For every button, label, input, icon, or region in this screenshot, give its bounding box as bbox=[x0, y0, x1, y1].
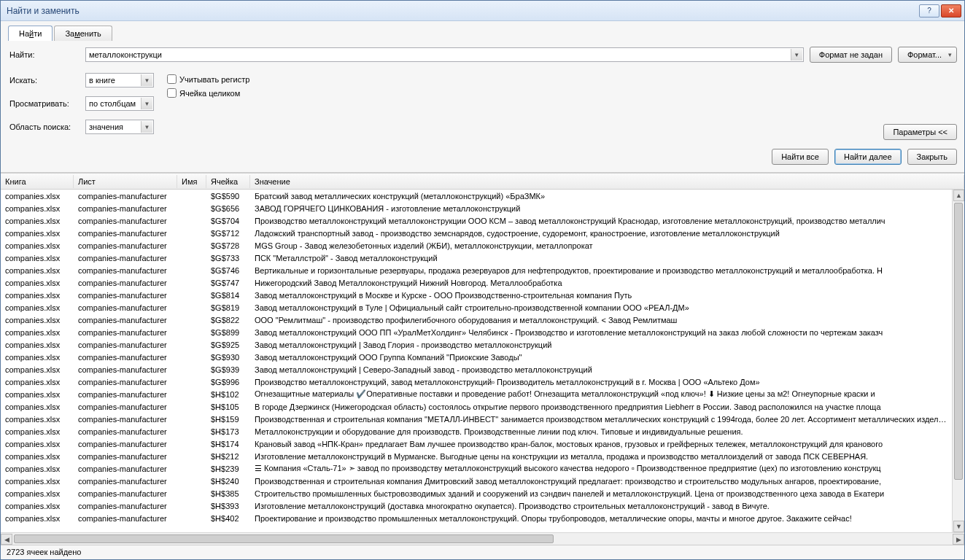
chevron-down-icon[interactable]: ▼ bbox=[791, 49, 802, 61]
table-row[interactable]: companies.xlsxcompanies-manufacturer$H$3… bbox=[1, 487, 952, 499]
wholecell-input[interactable] bbox=[167, 88, 177, 98]
cell-book: companies.xlsx bbox=[1, 327, 74, 338]
scroll-up-icon[interactable]: ▲ bbox=[953, 190, 964, 201]
cell-name bbox=[177, 282, 206, 284]
cell-sheet: companies-manufacturer bbox=[74, 315, 177, 325]
cell-value: Производственная и строительная компания… bbox=[250, 414, 952, 424]
cell-cell: $H$105 bbox=[206, 402, 250, 412]
table-row[interactable]: companies.xlsxcompanies-manufacturer$H$1… bbox=[1, 438, 952, 450]
cell-sheet: companies-manufacturer bbox=[74, 464, 177, 474]
table-row[interactable]: companies.xlsxcompanies-manufacturer$H$2… bbox=[1, 450, 952, 462]
table-row[interactable]: companies.xlsxcompanies-manufacturer$G$7… bbox=[1, 239, 952, 252]
cell-sheet: companies-manufacturer bbox=[74, 402, 177, 412]
table-row[interactable]: companies.xlsxcompanies-manufacturer$H$1… bbox=[1, 388, 952, 400]
vertical-scrollbar[interactable]: ▲ ▼ bbox=[952, 190, 964, 532]
matchcase-input[interactable] bbox=[167, 74, 177, 84]
cell-sheet: companies-manufacturer bbox=[74, 265, 177, 276]
cell-cell: $G$996 bbox=[206, 377, 250, 387]
table-row[interactable]: companies.xlsxcompanies-manufacturer$G$7… bbox=[1, 276, 952, 289]
cell-book: companies.xlsx bbox=[1, 203, 74, 214]
cell-name bbox=[177, 307, 206, 308]
table-row[interactable]: companies.xlsxcompanies-manufacturer$G$7… bbox=[1, 214, 952, 227]
table-row[interactable]: companies.xlsxcompanies-manufacturer$G$9… bbox=[1, 363, 952, 376]
table-row[interactable]: companies.xlsxcompanies-manufacturer$G$8… bbox=[1, 326, 952, 338]
scroll-right-icon[interactable]: ▶ bbox=[953, 534, 964, 545]
matchcase-checkbox[interactable]: Учитывать регистр bbox=[167, 74, 249, 84]
col-value[interactable]: Значение bbox=[250, 175, 964, 188]
findnext-button[interactable]: Найти далее bbox=[834, 149, 902, 165]
cell-value: Производство металлоконструкций, завод м… bbox=[250, 377, 952, 387]
table-row[interactable]: companies.xlsxcompanies-manufacturer$G$7… bbox=[1, 264, 952, 276]
col-cell[interactable]: Ячейка bbox=[206, 175, 250, 188]
results-list: Книга Лист Имя Ячейка Значение companies… bbox=[1, 173, 964, 559]
table-row[interactable]: companies.xlsxcompanies-manufacturer$G$8… bbox=[1, 301, 952, 314]
close-window-button[interactable]: ✕ bbox=[941, 4, 961, 18]
table-row[interactable]: companies.xlsxcompanies-manufacturer$G$8… bbox=[1, 314, 952, 326]
horizontal-scrollbar[interactable]: ◀ ▶ bbox=[1, 532, 964, 545]
scope-combo[interactable]: значения ▼ bbox=[85, 120, 154, 134]
table-row[interactable]: companies.xlsxcompanies-manufacturer$G$9… bbox=[1, 376, 952, 388]
table-row[interactable]: companies.xlsxcompanies-manufacturer$H$1… bbox=[1, 425, 952, 438]
table-row[interactable]: companies.xlsxcompanies-manufacturer$H$1… bbox=[1, 413, 952, 425]
titlebar[interactable]: Найти и заменить ? ✕ bbox=[1, 1, 964, 21]
cell-value: Нижегородский Завод Металлоконструкций Н… bbox=[250, 278, 952, 288]
wholecell-checkbox[interactable]: Ячейка целиком bbox=[167, 88, 249, 98]
scroll-thumb[interactable] bbox=[954, 203, 963, 480]
options-button[interactable]: Параметры << bbox=[883, 124, 957, 140]
table-row[interactable]: companies.xlsxcompanies-manufacturer$G$9… bbox=[1, 351, 952, 363]
col-sheet[interactable]: Лист bbox=[74, 175, 177, 188]
table-row[interactable]: companies.xlsxcompanies-manufacturer$G$7… bbox=[1, 227, 952, 239]
table-row[interactable]: companies.xlsxcompanies-manufacturer$G$8… bbox=[1, 289, 952, 301]
table-row[interactable]: companies.xlsxcompanies-manufacturer$H$4… bbox=[1, 512, 952, 524]
cell-name bbox=[177, 443, 206, 445]
table-row[interactable]: companies.xlsxcompanies-manufacturer$H$3… bbox=[1, 499, 952, 512]
cell-sheet: companies-manufacturer bbox=[74, 327, 177, 338]
results-header[interactable]: Книга Лист Имя Ячейка Значение bbox=[1, 174, 964, 190]
chevron-down-icon[interactable]: ▼ bbox=[141, 98, 152, 109]
searchin-combo[interactable]: в книге ▼ bbox=[85, 73, 154, 88]
chevron-down-icon[interactable]: ▼ bbox=[141, 121, 152, 133]
cell-cell: $H$159 bbox=[206, 414, 250, 424]
col-book[interactable]: Книга bbox=[1, 175, 74, 188]
cell-name bbox=[177, 357, 206, 358]
format-status: Формат не задан bbox=[810, 47, 892, 63]
cell-name bbox=[177, 369, 206, 370]
cell-name bbox=[177, 505, 206, 507]
cell-name bbox=[177, 431, 206, 432]
findall-button[interactable]: Найти все bbox=[772, 149, 829, 165]
table-row[interactable]: companies.xlsxcompanies-manufacturer$H$2… bbox=[1, 475, 952, 487]
cell-value: Завод металлоконструкций | Северо-Западн… bbox=[250, 365, 952, 375]
close-button[interactable]: Закрыть bbox=[907, 149, 957, 165]
scroll-down-icon[interactable]: ▼ bbox=[953, 521, 964, 532]
cell-name bbox=[177, 481, 206, 482]
scroll-left-icon[interactable]: ◀ bbox=[1, 534, 12, 545]
table-row[interactable]: companies.xlsxcompanies-manufacturer$G$5… bbox=[1, 190, 952, 202]
table-row[interactable]: companies.xlsxcompanies-manufacturer$H$1… bbox=[1, 400, 952, 413]
tab-replace[interactable]: Заменить bbox=[54, 26, 112, 41]
cell-cell: $G$704 bbox=[206, 216, 250, 226]
table-row[interactable]: companies.xlsxcompanies-manufacturer$G$6… bbox=[1, 202, 952, 214]
cell-name bbox=[177, 233, 206, 234]
browse-combo[interactable]: по столбцам ▼ bbox=[85, 96, 154, 111]
tab-find[interactable]: Найти bbox=[8, 26, 53, 41]
cell-name bbox=[177, 270, 206, 271]
cell-cell: $H$385 bbox=[206, 489, 250, 499]
cell-value: Производственная и строительная компания… bbox=[250, 476, 952, 486]
cell-cell: $G$590 bbox=[206, 191, 250, 201]
find-input[interactable]: металлоконструкци ▼ bbox=[85, 47, 804, 62]
cell-book: companies.xlsx bbox=[1, 191, 74, 201]
chevron-down-icon[interactable]: ▼ bbox=[141, 74, 152, 86]
table-row[interactable]: companies.xlsxcompanies-manufacturer$G$9… bbox=[1, 338, 952, 351]
cell-cell: $G$930 bbox=[206, 352, 250, 362]
hscroll-thumb[interactable] bbox=[14, 534, 554, 543]
find-input-value: металлоконструкци bbox=[89, 50, 162, 59]
col-name[interactable]: Имя bbox=[177, 175, 206, 188]
cell-sheet: companies-manufacturer bbox=[74, 377, 177, 387]
cell-name bbox=[177, 419, 206, 420]
table-row[interactable]: companies.xlsxcompanies-manufacturer$H$2… bbox=[1, 462, 952, 475]
cell-cell: $H$173 bbox=[206, 427, 250, 437]
help-button[interactable]: ? bbox=[919, 4, 939, 18]
results-body[interactable]: companies.xlsxcompanies-manufacturer$G$5… bbox=[1, 190, 964, 532]
format-button[interactable]: Формат... bbox=[898, 47, 957, 63]
table-row[interactable]: companies.xlsxcompanies-manufacturer$G$7… bbox=[1, 252, 952, 264]
